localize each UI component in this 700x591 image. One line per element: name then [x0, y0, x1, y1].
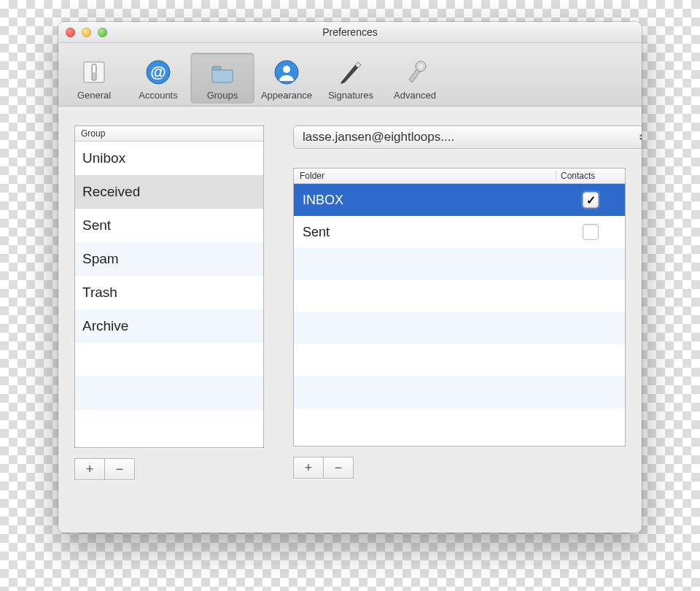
toolbar-item-accounts[interactable]: @ Accounts — [127, 53, 190, 103]
svg-point-8 — [283, 66, 290, 73]
group-row[interactable]: Sent — [75, 209, 263, 242]
group-name: Received — [82, 184, 140, 200]
remove-folder-button[interactable]: − — [324, 457, 354, 479]
folder-name: INBOX — [303, 193, 565, 208]
appearance-icon — [272, 56, 301, 88]
preferences-toolbar: General @ Accounts Groups Appearance — [58, 43, 642, 107]
toolbar-item-label: Appearance — [261, 90, 312, 101]
toolbar-item-label: Signatures — [328, 90, 373, 101]
toolbar-item-label: Accounts — [139, 90, 177, 101]
group-row[interactable]: Received — [75, 175, 263, 209]
folder-row-empty — [294, 376, 625, 409]
add-group-button[interactable]: + — [74, 458, 105, 480]
folder-name: Sent — [303, 225, 565, 240]
toolbar-item-label: Advanced — [394, 90, 436, 101]
remove-group-button[interactable]: − — [105, 458, 135, 480]
group-name: Archive — [82, 318, 128, 334]
popup-arrows-icon — [639, 131, 642, 144]
group-name: Trash — [82, 285, 117, 301]
folder-row[interactable]: Sent — [294, 216, 625, 248]
group-header-label: Group — [81, 128, 257, 139]
folder-row-empty — [294, 248, 625, 280]
folder-row[interactable]: INBOX — [294, 184, 625, 216]
account-select[interactable]: lasse.jansen@eightloops.... — [293, 125, 642, 149]
advanced-icon — [400, 56, 429, 88]
svg-point-10 — [419, 64, 423, 69]
window-title: Preferences — [58, 26, 642, 38]
add-folder-button[interactable]: + — [293, 457, 324, 479]
svg-rect-6 — [212, 66, 221, 70]
contacts-checkbox[interactable] — [583, 192, 599, 208]
signatures-icon — [336, 56, 365, 88]
group-row[interactable]: Archive — [75, 309, 263, 343]
group-row-empty — [75, 376, 263, 410]
contacts-header-label: Contacts — [556, 171, 619, 181]
group-name: Spam — [82, 251, 119, 267]
plus-icon: + — [86, 462, 94, 477]
minus-icon: − — [116, 462, 124, 477]
group-row[interactable]: Trash — [75, 276, 263, 309]
zoom-window-button[interactable] — [98, 28, 107, 37]
preferences-window: Preferences General @ Accounts Groups — [58, 22, 642, 533]
contacts-checkbox[interactable] — [583, 224, 599, 240]
account-select-value: lasse.jansen@eightloops.... — [303, 130, 454, 144]
content-area: Group Unibox Received Sent Spam Trash Ar… — [58, 107, 642, 533]
folder-row-empty — [294, 312, 625, 344]
group-name: Unibox — [82, 150, 125, 166]
group-name: Sent — [82, 217, 111, 233]
groups-icon — [208, 56, 237, 88]
toolbar-item-label: Groups — [207, 90, 238, 101]
plus-icon: + — [305, 460, 313, 476]
folder-table: Folder Contacts INBOX Sent — [293, 168, 626, 447]
folder-row-empty — [294, 280, 625, 312]
group-row-empty — [75, 410, 263, 444]
toolbar-item-appearance[interactable]: Appearance — [255, 53, 318, 103]
toolbar-item-signatures[interactable]: Signatures — [319, 53, 382, 103]
svg-rect-2 — [93, 65, 96, 72]
toolbar-item-groups[interactable]: Groups — [191, 53, 254, 103]
minus-icon: − — [335, 460, 343, 476]
window-controls — [58, 28, 107, 37]
folder-row-empty — [294, 344, 625, 376]
accounts-icon: @ — [144, 56, 173, 88]
general-icon — [79, 56, 109, 88]
group-row[interactable]: Unibox — [75, 142, 263, 175]
toolbar-item-label: General — [77, 90, 111, 101]
group-row[interactable]: Spam — [75, 242, 263, 276]
group-list: Group Unibox Received Sent Spam Trash Ar… — [74, 125, 264, 448]
group-list-header: Group — [75, 126, 263, 142]
close-window-button[interactable] — [66, 28, 75, 37]
toolbar-item-general[interactable]: General — [63, 53, 125, 103]
minimize-window-button[interactable] — [82, 28, 91, 37]
group-row-empty — [75, 343, 263, 376]
folder-row-empty — [294, 409, 625, 441]
svg-text:@: @ — [150, 63, 166, 81]
folder-table-header: Folder Contacts — [294, 169, 625, 184]
folder-header-label: Folder — [300, 171, 556, 181]
titlebar: Preferences — [58, 22, 642, 43]
toolbar-item-advanced[interactable]: Advanced — [384, 53, 446, 103]
